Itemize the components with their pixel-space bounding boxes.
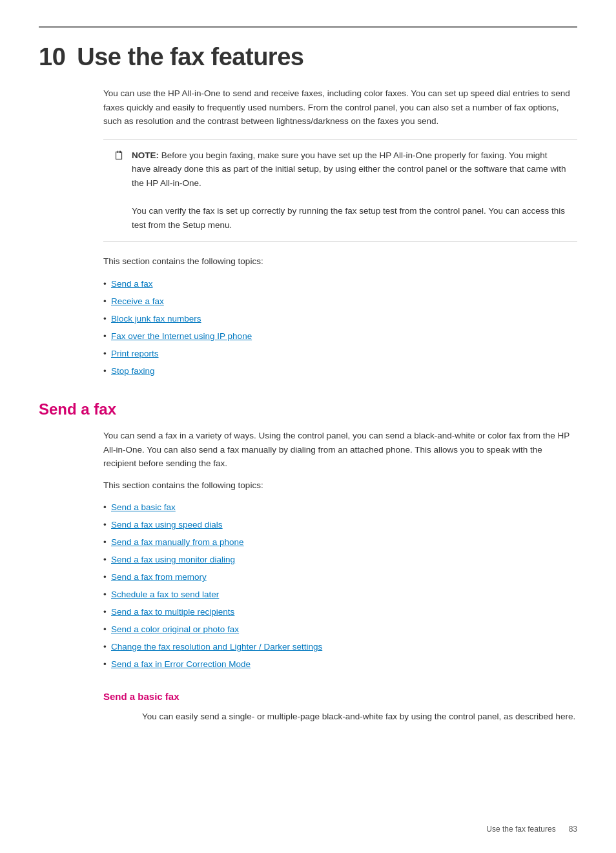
note-content: NOTE: Before you begin faxing, make sure…	[132, 149, 567, 232]
send-fax-toc-list: Send a basic fax Send a fax using speed …	[103, 498, 577, 673]
list-item: Receive a fax	[103, 293, 577, 310]
send-speed-dial-link[interactable]: Send a fax using speed dials	[111, 520, 223, 529]
list-item: Send a color original or photo fax	[103, 621, 577, 638]
list-item: Send a fax manually from a phone	[103, 533, 577, 551]
send-multiple-link[interactable]: Send a fax to multiple recipients	[111, 607, 234, 617]
list-item: Print reports	[103, 345, 577, 362]
send-fax-intro: You can send a fax in a variety of ways.…	[103, 429, 577, 471]
change-resolution-link[interactable]: Change the fax resolution and Lighter / …	[111, 642, 322, 652]
note-text1: Before you begin faxing, make sure you h…	[132, 150, 566, 188]
send-basic-fax-link[interactable]: Send a basic fax	[111, 502, 176, 512]
list-item: Send a fax using speed dials	[103, 516, 577, 533]
toc-link-print-reports[interactable]: Print reports	[111, 349, 159, 358]
list-item: Stop faxing	[103, 362, 577, 380]
footer-page-number: 83	[569, 825, 577, 834]
toc-list: Send a fax Receive a fax Block junk fax …	[103, 275, 577, 380]
schedule-fax-link[interactable]: Schedule a fax to send later	[111, 590, 219, 599]
send-manually-link[interactable]: Send a fax manually from a phone	[111, 537, 244, 547]
send-color-link[interactable]: Send a color original or photo fax	[111, 624, 239, 634]
list-item: Send a fax in Error Correction Mode	[103, 655, 577, 673]
note-label: NOTE:	[132, 150, 159, 160]
footer: Use the fax features 83	[486, 825, 577, 834]
list-item: Schedule a fax to send later	[103, 586, 577, 603]
list-item: Fax over the Internet using IP phone	[103, 327, 577, 345]
list-item: Send a fax using monitor dialing	[103, 551, 577, 568]
chapter-number: 10	[39, 43, 65, 70]
toc-link-receive-fax[interactable]: Receive a fax	[111, 296, 164, 306]
list-item: Send a fax	[103, 275, 577, 293]
list-item: Block junk fax numbers	[103, 310, 577, 327]
send-basic-fax-body: You can easily send a single- or multipl…	[142, 710, 577, 724]
footer-section-name: Use the fax features	[486, 825, 555, 834]
list-item: Change the fax resolution and Lighter / …	[103, 638, 577, 655]
list-item: Send a fax from memory	[103, 568, 577, 586]
top-rule	[39, 26, 577, 28]
note-text2: You can verify the fax is set up correct…	[132, 206, 565, 230]
page: 10Use the fax features You can use the H…	[0, 0, 616, 853]
note-icon: 🗒	[114, 149, 125, 163]
toc-intro: This section contains the following topi…	[103, 254, 577, 269]
chapter-title: 10Use the fax features	[39, 43, 577, 71]
note-box: 🗒 NOTE: Before you begin faxing, make su…	[103, 139, 577, 242]
chapter-title-text: Use the fax features	[77, 43, 303, 70]
toc-link-fax-internet[interactable]: Fax over the Internet using IP phone	[111, 331, 252, 341]
toc-link-send-fax[interactable]: Send a fax	[111, 279, 153, 289]
send-fax-toc-intro: This section contains the following topi…	[103, 478, 577, 493]
send-monitor-dialing-link[interactable]: Send a fax using monitor dialing	[111, 555, 235, 564]
toc-link-block-junk[interactable]: Block junk fax numbers	[111, 314, 201, 324]
intro-paragraph: You can use the HP All-in-One to send an…	[103, 87, 577, 128]
toc-link-stop-faxing[interactable]: Stop faxing	[111, 366, 155, 376]
list-item: Send a basic fax	[103, 498, 577, 516]
send-from-memory-link[interactable]: Send a fax from memory	[111, 572, 207, 582]
error-correction-link[interactable]: Send a fax in Error Correction Mode	[111, 659, 251, 669]
send-basic-fax-heading: Send a basic fax	[103, 691, 577, 702]
send-fax-heading: Send a fax	[39, 400, 577, 418]
list-item: Send a fax to multiple recipients	[103, 603, 577, 621]
